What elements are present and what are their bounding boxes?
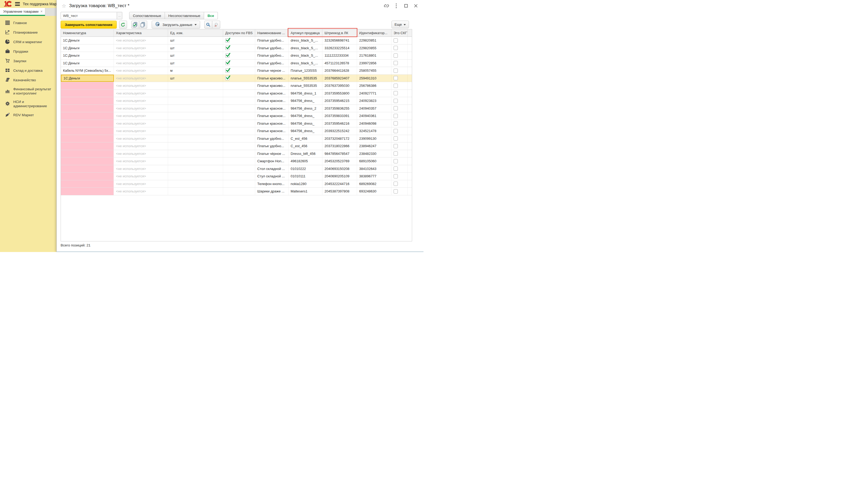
cell-article[interactable]: Платье_123SSS <box>289 67 322 74</box>
column-header-char[interactable]: Характеристика <box>114 30 168 37</box>
filter-matched[interactable]: Сопоставленные <box>129 12 165 19</box>
cell-nom[interactable]: 1С:Деньги <box>61 59 114 67</box>
close-icon[interactable] <box>413 3 419 9</box>
skgt-checkbox[interactable] <box>394 174 398 178</box>
cell-nom[interactable] <box>61 90 114 97</box>
cell-fbs[interactable] <box>223 37 255 44</box>
cell-name[interactable]: Платье удобно... <box>255 37 289 44</box>
cell-char[interactable]: <не используется> <box>114 180 168 188</box>
table-row[interactable]: <не используется>Платье удобно...C_est_4… <box>61 135 412 143</box>
sidebar-item-7[interactable]: Казначейство <box>0 75 56 85</box>
cell-fbs[interactable] <box>223 112 255 120</box>
table-row[interactable]: <не используется>Платье красное...984756… <box>61 97 412 105</box>
cell-barcode[interactable]: 9847856478547 <box>322 150 357 158</box>
skgt-checkbox[interactable] <box>394 53 398 58</box>
cell-article[interactable]: 984756_dress_ <box>289 97 322 105</box>
cell-char[interactable]: <не используется> <box>114 97 168 105</box>
cell-char[interactable]: <не используется> <box>114 52 168 59</box>
cell-ident[interactable]: 239972856 <box>357 59 392 67</box>
filter-unmatched[interactable]: Несопоставленные <box>165 12 204 19</box>
skgt-checkbox[interactable] <box>394 129 398 133</box>
cell-unit[interactable]: шт <box>168 44 223 52</box>
table-row[interactable]: Кабель NYM (Севкабель) 5х...<не использу… <box>61 67 412 75</box>
cell-char[interactable]: <не используется> <box>114 90 168 97</box>
cell-fbs[interactable] <box>223 75 255 82</box>
skgt-checkbox[interactable] <box>394 151 398 156</box>
cell-fbs[interactable] <box>223 82 255 89</box>
cell-fbs[interactable] <box>223 105 255 112</box>
table-row[interactable]: 1С:Деньги<не используется>штПлатье удобн… <box>61 59 412 67</box>
cell-ident[interactable]: 259491310 <box>357 75 392 82</box>
cell-unit[interactable] <box>168 90 223 97</box>
skgt-checkbox[interactable] <box>394 166 398 171</box>
cell-skgt[interactable] <box>392 105 408 112</box>
cell-name[interactable]: Платье красное... <box>255 90 289 97</box>
table-row[interactable]: <не используется>Шарики драже ...Maltese… <box>61 188 412 195</box>
favorite-star-icon[interactable]: ☆ <box>62 3 66 9</box>
cell-name[interactable]: Платье удобно... <box>255 142 289 150</box>
table-row[interactable]: <не используется>Платье красное...984756… <box>61 90 412 97</box>
cell-unit[interactable] <box>168 173 223 180</box>
cell-barcode[interactable]: 2040693150208 <box>322 165 357 173</box>
cell-name[interactable]: Платье удобно... <box>255 59 289 67</box>
cell-skgt[interactable] <box>392 127 408 135</box>
cell-article[interactable]: Dresss_btfl_456 <box>289 150 322 158</box>
cell-unit[interactable] <box>168 142 223 150</box>
cell-fbs[interactable] <box>223 90 255 97</box>
cell-article[interactable]: 984756_dress_ <box>289 127 322 135</box>
cell-fbs[interactable] <box>223 165 255 173</box>
column-header-article[interactable]: Артикул продавца <box>289 30 322 37</box>
cell-article[interactable]: 984756_dress_2 <box>289 105 322 112</box>
connection-input[interactable] <box>60 12 117 19</box>
cell-fbs[interactable] <box>223 173 255 180</box>
cell-char[interactable]: <не используется> <box>114 135 168 142</box>
cell-unit[interactable] <box>168 112 223 120</box>
cell-nom[interactable]: Кабель NYM (Севкабель) 5х... <box>61 67 114 74</box>
column-header-skgt[interactable]: Это СКГТ <box>392 30 408 37</box>
cancel-search-button[interactable] <box>212 21 220 29</box>
cell-ident[interactable]: 240940357 <box>357 105 392 112</box>
skgt-checkbox[interactable] <box>394 61 398 65</box>
table-row[interactable]: <не используется>Платье чёрное ...Dresss… <box>61 150 412 158</box>
cell-char[interactable]: <не используется> <box>114 75 168 82</box>
cell-name[interactable]: Стул складной ... <box>255 173 289 180</box>
table-row[interactable]: <не используется>Платье красное...984756… <box>61 112 412 120</box>
sidebar-item-3[interactable]: CRM и маркетинг <box>0 37 56 47</box>
cell-ident[interactable]: 383896777 <box>357 173 392 180</box>
cell-skgt[interactable] <box>392 52 408 59</box>
cell-article[interactable]: dress_black_S_... <box>289 37 322 44</box>
cell-article[interactable]: C_est_456 <box>289 142 322 150</box>
table-row[interactable]: <не используется>Смартфон Hon...49618260… <box>61 158 412 165</box>
cell-fbs[interactable] <box>223 127 255 135</box>
cell-ident[interactable]: 324521478 <box>357 127 392 135</box>
cell-article[interactable]: Maltesers1 <box>289 188 322 195</box>
column-header-ident[interactable]: Идентификатор... <box>357 30 392 37</box>
cell-nom[interactable] <box>61 173 114 180</box>
column-header-fbs[interactable]: Доступен по FBS <box>223 30 255 37</box>
sidebar-item-5[interactable]: Закупки <box>0 56 56 66</box>
cell-skgt[interactable] <box>392 75 408 82</box>
fbs-checkbox[interactable] <box>225 69 230 73</box>
cell-unit[interactable] <box>168 150 223 158</box>
skgt-checkbox[interactable] <box>394 182 398 186</box>
cell-ident[interactable]: 258057455 <box>357 67 392 74</box>
cell-unit[interactable] <box>168 135 223 142</box>
cell-skgt[interactable] <box>392 67 408 74</box>
cell-ident[interactable]: 229820855 <box>357 44 392 52</box>
connection-ellipsis-button[interactable]: ... <box>117 12 122 19</box>
cell-skgt[interactable] <box>392 82 408 89</box>
skgt-checkbox[interactable] <box>394 121 398 125</box>
sidebar-item-1[interactable]: Главное <box>0 18 56 28</box>
table-row[interactable]: <не используется>Платье красиво...платье… <box>61 82 412 90</box>
cell-article[interactable]: dress_black_S_... <box>289 44 322 52</box>
table-row[interactable]: <не используется>Платье красное...984756… <box>61 105 412 112</box>
cell-skgt[interactable] <box>392 158 408 165</box>
cell-unit[interactable] <box>168 120 223 127</box>
cell-barcode[interactable]: 2037664411628 <box>322 67 357 74</box>
cell-barcode[interactable]: 2037318022866 <box>322 142 357 150</box>
cell-name[interactable]: Платье черное ... <box>255 67 289 74</box>
cell-skgt[interactable] <box>392 173 408 180</box>
cell-ident[interactable]: 689105060 <box>357 158 392 165</box>
column-header-name[interactable]: Наименование ... <box>255 30 289 37</box>
cell-barcode[interactable]: 3326233225514 <box>322 44 357 52</box>
